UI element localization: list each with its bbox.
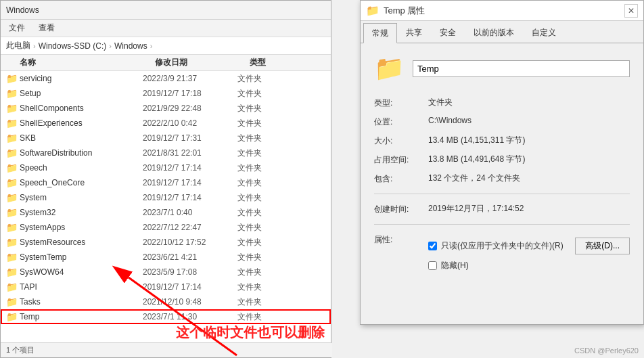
file-type: 文件夹 — [237, 162, 292, 174]
folder-icon: 📁 — [6, 282, 17, 292]
folder-icon: 📁 — [6, 118, 17, 129]
annotation-text: 这个临时文件也可以删除 — [176, 323, 325, 342]
file-row[interactable]: 📁Temp2023/7/1 11:30文件夹 — [1, 309, 331, 324]
file-date: 2021/9/29 22:48 — [143, 104, 237, 113]
file-type: 文件夹 — [237, 267, 292, 278]
props-hidden-checkbox[interactable] — [428, 261, 437, 270]
props-readonly-label: 只读(仅应用于文件夹中的文件)(R) — [441, 240, 564, 252]
props-size-value: 13.4 MB (14,151,311 字节) — [428, 135, 630, 146]
file-type: 文件夹 — [237, 237, 292, 248]
file-row[interactable]: 📁Speech2019/12/7 17:14文件夹 — [1, 160, 331, 175]
file-row[interactable]: 📁ShellComponents2021/9/29 22:48文件夹 — [1, 101, 331, 116]
props-header: 📁 — [374, 54, 630, 83]
props-attr-row: 属性: 只读(仅应用于文件夹中的文件)(R) 高级(D)... 隐藏(H) — [374, 230, 630, 279]
file-name: TAPI — [20, 282, 143, 292]
props-tab[interactable]: 以前的版本 — [465, 23, 523, 43]
col-type-header[interactable]: 类型 — [250, 57, 304, 68]
breadcrumb-windows[interactable]: Windows — [114, 41, 147, 51]
toolbar-file-btn[interactable]: 文件 — [6, 21, 28, 35]
props-rows: 类型: 文件夹 位置: C:\Windows 大小: 13.4 MB (14,1… — [374, 93, 630, 279]
file-date: 2019/12/7 17:14 — [143, 163, 237, 173]
folder-icon: 📁 — [6, 222, 17, 233]
file-type: 文件夹 — [237, 252, 292, 263]
breadcrumb-pc[interactable]: 此电脑 — [6, 40, 30, 51]
folder-icon: 📁 — [6, 207, 17, 218]
props-advanced-button[interactable]: 高级(D)... — [575, 238, 630, 254]
file-row[interactable]: 📁TAPI2019/12/7 17:14文件夹 — [1, 279, 331, 294]
file-date: 2022/10/12 17:52 — [143, 238, 237, 247]
props-attr-content: 只读(仅应用于文件夹中的文件)(R) 高级(D)... 隐藏(H) — [428, 233, 630, 275]
props-name-input[interactable] — [413, 60, 630, 77]
folder-icon: 📁 — [6, 237, 17, 248]
folder-icon: 📁 — [6, 88, 17, 99]
file-type: 文件夹 — [237, 118, 292, 129]
folder-icon: 📁 — [6, 148, 17, 158]
props-readonly-checkbox[interactable] — [428, 242, 437, 250]
file-row[interactable]: 📁SKB2019/12/7 17:31文件夹 — [1, 131, 331, 146]
props-location-row: 位置: C:\Windows — [374, 112, 630, 131]
file-row[interactable]: 📁SystemTemp2023/6/21 4:21文件夹 — [1, 250, 331, 265]
props-created-label: 创建时间: — [374, 203, 428, 215]
file-row[interactable]: 📁SoftwareDistribution2021/8/31 22:01文件夹 — [1, 146, 331, 160]
file-explorer-window: Windows 文件 查看 此电脑 › Windows-SSD (C:) › W… — [0, 0, 331, 358]
file-row[interactable]: 📁SystemResources2022/10/12 17:52文件夹 — [1, 235, 331, 250]
folder-icon: 📁 — [6, 177, 17, 188]
file-name: Setup — [20, 89, 143, 98]
props-created-row: 创建时间: 2019年12月7日，17:14:52 — [374, 200, 630, 219]
file-row[interactable]: 📁SysWOW642023/5/9 17:08文件夹 — [1, 265, 331, 279]
folder-icon: 📁 — [6, 192, 17, 203]
props-disksize-label: 占用空间: — [374, 154, 428, 166]
file-date: 2019/12/7 17:14 — [143, 178, 237, 187]
file-list[interactable]: 📁servicing2022/3/9 21:37文件夹📁Setup2019/12… — [1, 71, 331, 357]
props-contains-value: 132 个文件，24 个文件夹 — [428, 173, 630, 184]
file-type: 文件夹 — [237, 133, 292, 144]
props-tab[interactable]: 共享 — [397, 23, 431, 43]
props-type-label: 类型: — [374, 97, 428, 109]
file-row[interactable]: 📁Setup2019/12/7 17:18文件夹 — [1, 86, 331, 101]
file-row[interactable]: 📁System322023/7/1 0:40文件夹 — [1, 205, 331, 220]
file-name: System — [20, 193, 143, 202]
file-row[interactable]: 📁System2019/12/7 17:14文件夹 — [1, 190, 331, 205]
file-name: Tasks — [20, 297, 143, 307]
props-attr-label: 属性: — [374, 233, 428, 246]
file-list-header: 名称 修改日期 类型 — [1, 55, 331, 71]
props-contains-row: 包含: 132 个文件，24 个文件夹 — [374, 169, 630, 188]
props-tab[interactable]: 安全 — [431, 23, 465, 43]
col-date-header[interactable]: 修改日期 — [155, 57, 250, 68]
props-disksize-row: 占用空间: 13.8 MB (14,491,648 字节) — [374, 150, 630, 169]
file-date: 2019/12/7 17:31 — [143, 133, 237, 143]
props-size-row: 大小: 13.4 MB (14,151,311 字节) — [374, 131, 630, 150]
props-type-value: 文件夹 — [428, 97, 630, 108]
file-row[interactable]: 📁SystemApps2022/7/12 22:47文件夹 — [1, 220, 331, 235]
props-tabs: 常规共享安全以前的版本自定义 — [361, 21, 643, 43]
breadcrumb: 此电脑 › Windows-SSD (C:) › Windows › — [1, 37, 331, 55]
file-row[interactable]: 📁servicing2022/3/9 21:37文件夹 — [1, 71, 331, 86]
file-name: SystemApps — [20, 223, 143, 232]
props-close-button[interactable]: ✕ — [624, 4, 638, 18]
file-date: 2023/5/9 17:08 — [143, 267, 237, 277]
file-name: servicing — [20, 74, 143, 83]
file-type: 文件夹 — [237, 177, 292, 189]
file-row[interactable]: 📁ShellExperiences2022/2/10 0:42文件夹 — [1, 116, 331, 131]
breadcrumb-drive[interactable]: Windows-SSD (C:) — [39, 41, 107, 51]
status-text: 1 个项目 — [6, 345, 34, 355]
folder-icon: 📁 — [6, 267, 17, 277]
file-type: 文件夹 — [237, 222, 292, 233]
file-type: 文件夹 — [237, 296, 292, 308]
file-row[interactable]: 📁Tasks2021/12/10 9:48文件夹 — [1, 294, 331, 309]
file-name: SKB — [20, 133, 143, 143]
toolbar-view-btn[interactable]: 查看 — [36, 21, 58, 35]
props-tab[interactable]: 自定义 — [523, 23, 565, 43]
file-name: SystemTemp — [20, 252, 143, 262]
col-name-header[interactable]: 名称 — [20, 57, 155, 68]
folder-icon: 📁 — [6, 133, 17, 143]
folder-icon: 📁 — [6, 103, 17, 114]
file-date: 2023/6/21 4:21 — [143, 252, 237, 262]
file-date: 2022/7/12 22:47 — [143, 223, 237, 232]
file-date: 2021/12/10 9:48 — [143, 297, 237, 307]
props-tab[interactable]: 常规 — [363, 23, 397, 43]
file-name: Temp — [20, 312, 143, 321]
file-row[interactable]: 📁Speech_OneCore2019/12/7 17:14文件夹 — [1, 175, 331, 190]
props-readonly-row: 只读(仅应用于文件夹中的文件)(R) 高级(D)... — [428, 236, 630, 256]
file-name: SysWOW64 — [20, 267, 143, 277]
